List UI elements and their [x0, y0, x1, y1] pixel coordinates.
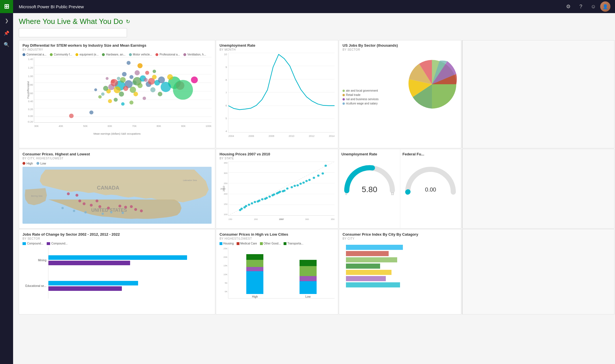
- svg-point-37: [122, 72, 126, 77]
- sidebar: ❯ 📌 🔍: [0, 13, 13, 364]
- svg-point-112: [261, 198, 263, 201]
- smiley-icon[interactable]: ☺: [588, 1, 599, 12]
- gauge-section: Unemployment Rate 0 12 5.80: [339, 149, 400, 228]
- svg-rect-142: [346, 270, 391, 275]
- svg-point-128: [308, 179, 311, 181]
- us-jobs-title: US Jobs By Sector (thousands): [343, 43, 458, 48]
- cpi-subtitle: BY CITY: [343, 237, 458, 240]
- overflow-card-1: [462, 40, 614, 148]
- svg-point-62: [121, 102, 124, 106]
- svg-text:0: 0: [345, 192, 347, 196]
- jobs-legend-label-1: Compound...: [27, 242, 43, 245]
- svg-point-95: [110, 211, 112, 213]
- cpi-placeholder: [343, 242, 458, 299]
- jobs-bar-labels: Mining Educational se...: [22, 247, 48, 299]
- avatar[interactable]: 👤: [600, 1, 610, 12]
- svg-text:Bering Sea: Bering Sea: [31, 195, 42, 197]
- svg-point-47: [158, 77, 165, 83]
- svg-point-55: [143, 96, 146, 100]
- search-input[interactable]: [19, 28, 127, 37]
- svg-rect-139: [346, 251, 389, 256]
- pie-dot-agriculture: [343, 102, 345, 105]
- mining-bar-1: [48, 255, 187, 260]
- sidebar-collapse-btn[interactable]: ❯: [1, 15, 12, 26]
- housing-y-axis-sub: 2010: [220, 187, 226, 190]
- high-other-seg: [246, 260, 263, 267]
- svg-point-21: [123, 86, 128, 91]
- legend-transport: [284, 242, 286, 245]
- pie-dot-business: [343, 98, 345, 100]
- scatter-title: Pay Differential for STEM workers by Ind…: [22, 43, 212, 48]
- dashboard: Pay Differential for STEM workers by Ind…: [13, 40, 615, 357]
- svg-point-121: [286, 188, 288, 190]
- svg-text:1.40: 1.40: [28, 58, 33, 61]
- legend-dot-equipment: [75, 53, 78, 56]
- svg-text:12: 12: [391, 192, 394, 196]
- high-housing-seg: [246, 271, 263, 294]
- svg-point-126: [302, 182, 305, 184]
- svg-point-91: [62, 207, 64, 209]
- unemployment-subtitle: BY MONTH: [220, 48, 335, 51]
- topbar-icons: ⚙ ? ☺ 👤: [563, 1, 613, 12]
- svg-point-19: [120, 77, 126, 83]
- svg-point-114: [258, 200, 261, 202]
- svg-rect-144: [346, 282, 400, 287]
- svg-text:0.00: 0.00: [28, 115, 33, 118]
- overflow-card-2: [462, 149, 614, 229]
- svg-point-92: [73, 210, 75, 212]
- svg-point-88: [130, 205, 133, 208]
- legend-item-commercial: Commercial a...: [22, 53, 46, 56]
- us-jobs-card: US Jobs By Sector (thousands) BY SECTOR …: [339, 40, 461, 148]
- consumer-y-ticks: 25K 20K 15K 10K 5K 0K: [220, 247, 228, 293]
- svg-point-135: [282, 190, 284, 192]
- legend-housing: [220, 242, 222, 245]
- map-legend-high-label: High: [26, 162, 33, 165]
- svg-point-122: [291, 186, 293, 188]
- map-subtitle: BY CITY, HIGHEST/LOWEST: [22, 157, 212, 160]
- page-title: Where You Live & What You Do: [19, 17, 123, 26]
- jobs-rate-subtitle: BY SECTOR: [22, 237, 212, 240]
- housing-x-label: 2007: [279, 218, 284, 221]
- gauge-container: 0 12 5.80: [341, 157, 398, 202]
- svg-point-20: [114, 87, 120, 93]
- federal-value: 0.00: [425, 186, 436, 193]
- educational-bar-2: [48, 286, 122, 291]
- pie-legend-agriculture: riculture wage and salary: [343, 102, 404, 105]
- unemployment-line-card: Unemployment Rate BY MONTH 10 9 8 7 6 5 …: [216, 40, 338, 148]
- svg-point-86: [118, 205, 121, 207]
- pie-dot-govt: [343, 90, 345, 92]
- sidebar-pin-btn[interactable]: 📌: [1, 28, 12, 38]
- settings-icon[interactable]: ⚙: [563, 1, 574, 12]
- consumer-price-index-card: Consumer Price Index By City By Catagory…: [339, 229, 461, 314]
- svg-point-51: [69, 114, 74, 118]
- low-stacked-bar: [300, 260, 317, 294]
- federal-section: Federal Fu... 0.00: [400, 149, 461, 228]
- refresh-icon[interactable]: ↻: [126, 18, 130, 25]
- svg-point-64: [94, 89, 97, 91]
- sidebar-search-btn[interactable]: 🔍: [1, 39, 12, 50]
- svg-point-52: [89, 110, 93, 114]
- svg-point-33: [101, 92, 104, 96]
- scatter-x-label: Mean earnings (dollars) S&E occupations: [22, 132, 212, 135]
- housing-subtitle: BY STATE: [220, 157, 335, 160]
- svg-point-42: [117, 77, 120, 80]
- svg-rect-141: [346, 264, 380, 269]
- high-label: High: [252, 295, 258, 298]
- svg-point-57: [127, 61, 131, 65]
- map-legend-high: High: [22, 162, 33, 165]
- map-legend-low: Low: [36, 162, 46, 165]
- jobs-dot-2: [47, 242, 50, 245]
- legend-dot-professional: [155, 53, 158, 56]
- pie-chart-svg: [406, 59, 458, 110]
- svg-rect-140: [346, 257, 397, 262]
- consumer-legend: Housing Medical Care Other Good... Trans…: [220, 242, 335, 245]
- legend-dot-hardware: [102, 53, 105, 56]
- svg-point-96: [122, 212, 124, 214]
- pie-legend-govt: ate and local government: [343, 89, 404, 92]
- svg-point-123: [294, 185, 296, 187]
- map-area: CANADA UNITED STATES Bering Sea Labrador…: [22, 167, 212, 224]
- svg-point-107: [245, 205, 247, 207]
- svg-point-115: [268, 196, 271, 198]
- help-icon[interactable]: ?: [575, 1, 587, 12]
- svg-text:0.80: 0.80: [28, 83, 33, 86]
